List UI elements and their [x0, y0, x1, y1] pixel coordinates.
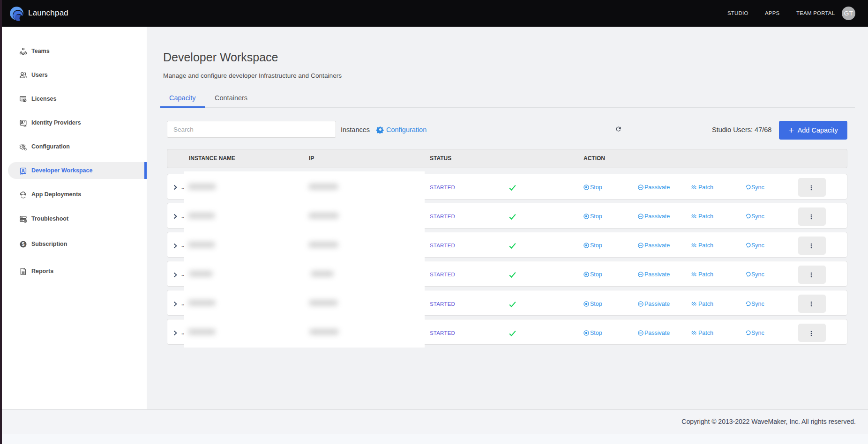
- svg-text:$: $: [22, 241, 25, 247]
